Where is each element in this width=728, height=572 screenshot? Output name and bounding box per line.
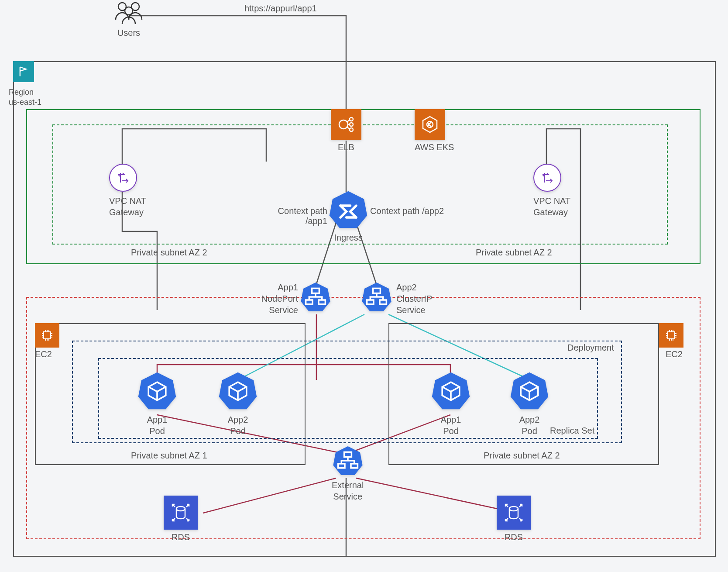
svg-point-3 <box>339 120 348 129</box>
ext-svc-icon <box>333 445 363 476</box>
svg-point-2 <box>125 7 133 15</box>
pod3-label: App1Pod <box>431 414 470 437</box>
rds-right-icon <box>497 496 531 530</box>
ec2-right-label: EC2 <box>666 349 683 359</box>
pod2-label: App2Pod <box>218 414 258 437</box>
eks-icon <box>415 109 445 140</box>
svg-point-8 <box>427 121 433 127</box>
pod-icon <box>431 371 470 410</box>
pub-subnet-left-label: Private subnet AZ 2 <box>131 248 207 258</box>
svg-marker-9 <box>330 191 367 228</box>
ec2-left-label: EC2 <box>35 349 52 359</box>
priv-subnet-right-label: Private subnet AZ 2 <box>484 451 560 461</box>
svg-point-5 <box>350 123 353 126</box>
nat-left-label: VPC NAT Gateway <box>109 195 146 218</box>
elb-icon <box>331 109 361 140</box>
replicaset-label: Replica Set <box>550 426 594 436</box>
pod4-node: App2Pod <box>510 371 549 437</box>
pub-subnet-right-label: Private subnet AZ 2 <box>476 248 552 258</box>
region-icon <box>13 61 34 82</box>
url-label: https://appurl/app1 <box>244 3 317 14</box>
ext-svc-label: ExternalService <box>332 479 364 502</box>
pod1-node: App1Pod <box>137 371 177 437</box>
pod2-node: App2Pod <box>218 371 258 437</box>
nat-left-icon <box>109 164 137 192</box>
svc1-node <box>300 282 331 314</box>
pod3-node: App1Pod <box>431 371 470 437</box>
ingress-node: Ingress <box>329 190 368 243</box>
svg-point-29 <box>509 507 518 511</box>
ec2-left-icon <box>35 323 59 348</box>
priv-subnet-left-label: Private subnet AZ 1 <box>131 451 207 461</box>
users-icon <box>111 0 146 26</box>
elb-label: ELB <box>331 142 361 152</box>
rds-right-node: RDS <box>497 496 531 542</box>
architecture-diagram: Users https://appurl/app1 Region us-east… <box>0 0 728 572</box>
rds-left-icon <box>164 496 198 530</box>
svg-point-4 <box>350 117 353 121</box>
svc2-label: App2 ClusterIP Service <box>396 282 432 316</box>
rds-left-node: RDS <box>164 496 198 542</box>
svc1-label: App1 NodePort Service <box>257 282 298 316</box>
ingress-label: Ingress <box>329 233 368 243</box>
pod4-label: App2Pod <box>510 414 549 437</box>
ingress-icon <box>329 190 368 229</box>
svc1-icon <box>300 282 331 312</box>
svg-rect-19 <box>668 332 675 339</box>
pod-icon <box>137 371 177 410</box>
users-node: Users <box>98 0 159 38</box>
nat-left-node: VPC NAT Gateway <box>109 164 146 218</box>
rds-right-label: RDS <box>497 532 531 542</box>
svc2-node <box>361 282 392 314</box>
deployment-label: Deployment <box>567 343 614 353</box>
eks-label: AWS EKS <box>415 142 454 152</box>
eks-node: AWS EKS <box>415 109 454 152</box>
svg-point-6 <box>350 128 353 131</box>
svg-marker-7 <box>423 117 437 132</box>
svg-rect-18 <box>44 332 51 339</box>
ingress-left-text: Context path /app1 <box>255 206 327 226</box>
svg-point-28 <box>176 507 185 511</box>
region-title: Region us-east-1 <box>9 87 41 108</box>
ext-svc-node: ExternalService <box>332 445 364 502</box>
elb-node: ELB <box>331 109 361 152</box>
pod-icon <box>510 371 549 410</box>
users-label: Users <box>98 28 159 38</box>
rds-left-label: RDS <box>164 532 198 542</box>
ingress-right-text: Context path /app2 <box>370 206 444 216</box>
pod1-label: App1Pod <box>137 414 177 437</box>
svc2-icon <box>361 282 392 312</box>
ec2-right-icon <box>659 323 683 348</box>
pod-icon <box>218 371 258 410</box>
nat-right-icon <box>533 164 561 192</box>
nat-right-label: VPC NAT Gateway <box>533 195 570 218</box>
nat-right-node: VPC NAT Gateway <box>533 164 570 218</box>
